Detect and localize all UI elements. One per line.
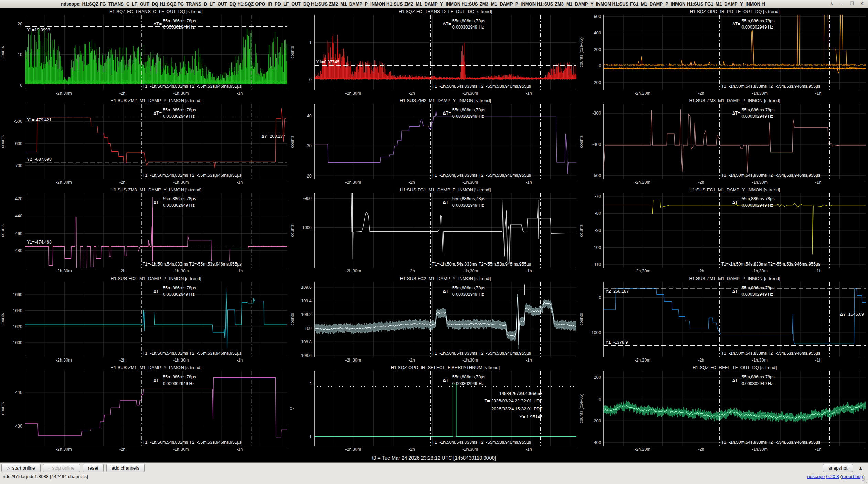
x-axis: -2h,30m-2h-1h,30m-1h: [25, 268, 285, 275]
plot-canvas: [315, 104, 577, 179]
plot-panel-10[interactable]: H1:SUS-FC2_M1_DAMP_Y_INMON [s-trend]coun…: [289, 275, 579, 364]
plot-panel-13[interactable]: H1:SQZ-OPO_IR_SELECT_FIBERPATHNUM [s-tre…: [289, 364, 579, 453]
x-tick-label: -1h: [526, 447, 532, 452]
shade-icon[interactable]: ∧: [830, 0, 833, 8]
plot-area[interactable]: ΔT=55m,886ms,78µs0.000302949 HzT1=-1h,50…: [25, 104, 287, 179]
y-tick-label: -480: [14, 248, 22, 253]
snapshot-button[interactable]: snapshot: [823, 464, 853, 472]
plot-canvas: [604, 15, 866, 90]
plot-panel-3[interactable]: H1:SUS-ZM2_M1_DAMP_P_INMON [s-trend]coun…: [0, 97, 289, 186]
x-tick-label: -1h,30m: [752, 180, 768, 185]
plot-area[interactable]: ΔT=55m,886ms,78µs0.000302949 HzT1=-1h,50…: [314, 104, 577, 179]
plot-area[interactable]: ΔT=55m,886ms,78µs0.000302949 HzT1=-1h,50…: [25, 193, 287, 268]
plot-panel-4[interactable]: H1:SUS-ZM2_M1_DAMP_Y_INMON [s-trend]coun…: [289, 97, 579, 186]
plot-panel-14[interactable]: H1:SQZ-FC_REFL_LF_OUT_DQ [s-trend]counts…: [579, 364, 868, 453]
plot-panel-2[interactable]: H1:SQZ-OPO_IR_PD_LF_OUT_DQ [s-trend]coun…: [579, 8, 868, 97]
plot-area[interactable]: ΔT=55m,886ms,78µs0.000302949 HzT1=-1h,50…: [314, 282, 577, 357]
plot-panel-9[interactable]: H1:SUS-FC2_M1_DAMP_P_INMON [s-trend]coun…: [0, 275, 289, 364]
resize-grip[interactable]: [862, 478, 867, 483]
x-tick-label: -2h: [409, 447, 415, 452]
y-axis-label: counts: [289, 282, 295, 357]
plot-canvas: [315, 282, 577, 357]
plot-area[interactable]: ΔT=55m,886ms,78µs0.000302949 HzT1=-1h,50…: [25, 15, 287, 90]
plot-area[interactable]: ΔT=55m,886ms,78µs0.000302949 HzT1=-1h,50…: [314, 193, 577, 268]
plot-area[interactable]: ΔT=55m,886ms,78µs0.000302949 HzT1=-1h,50…: [603, 104, 866, 179]
plot-panel-5[interactable]: H1:SUS-ZM3_M1_DAMP_P_INMON [s-trend]coun…: [579, 97, 868, 186]
plot-panel-8[interactable]: H1:SUS-FC1_M1_DAMP_Y_INMON [s-trend]coun…: [579, 186, 868, 275]
plot-panel-0[interactable]: H1:SQZ-FC_TRANS_C_LF_OUT_DQ [s-trend]cou…: [0, 8, 289, 97]
y-axis: -2000200400600: [584, 15, 603, 90]
reset-button[interactable]: reset: [83, 464, 104, 472]
x-tick-label: -2h: [698, 358, 704, 363]
x-tick-label: -2h,30m: [345, 447, 361, 452]
y-tick-label: 0: [20, 83, 22, 88]
plot-canvas: [604, 371, 866, 446]
x-tick-label: -1h,30m: [462, 358, 478, 363]
plot-area[interactable]: ΔT=55m,886ms,78µs0.000302949 HzT1=-1h,50…: [603, 15, 866, 90]
plot-title: H1:SUS-ZM1_M1_DAMP_Y_INMON [s-trend]: [0, 365, 287, 371]
y-axis: -70-80-90-100-110: [584, 193, 603, 268]
plot-panel-6[interactable]: H1:SUS-ZM3_M1_DAMP_Y_INMON [s-trend]coun…: [0, 186, 289, 275]
version-link[interactable]: 0.20.8: [826, 474, 839, 479]
x-tick-label: -2h,30m: [635, 91, 650, 96]
close-icon[interactable]: ✕: [860, 0, 864, 8]
x-tick-label: -1h: [237, 180, 243, 185]
x-tick-label: -1h,30m: [752, 91, 768, 96]
plot-panel-11[interactable]: H1:SUS-ZM1_M1_DAMP_P_INMON [s-trend]coun…: [579, 275, 868, 364]
x-tick-label: -2h,30m: [56, 358, 72, 363]
y-axis-label: counts (x1e-06): [579, 371, 584, 446]
plot-panel-1[interactable]: H1:SQZ-FC_TRANS_D_LF_OUT_DQ [s-trend]cou…: [289, 8, 579, 97]
ndscope-link[interactable]: ndscope: [807, 474, 825, 479]
plot-area[interactable]: ΔT=55m,886ms,78µs0.000302949 HzT1=-1h,50…: [25, 282, 287, 357]
stop-online-button[interactable]: ▫ stop online: [43, 464, 80, 472]
plot-panel-7[interactable]: H1:SUS-FC1_M1_DAMP_P_INMON [s-trend]coun…: [289, 186, 579, 275]
y-tick-label: -500: [14, 119, 22, 124]
x-tick-label: -1h: [526, 358, 532, 363]
plot-area[interactable]: ΔT=55m,886ms,78µs0.000302949 HzT1=-1h,50…: [314, 371, 577, 446]
y-axis: 0-1000: [584, 282, 603, 357]
y-tick-label: 1640: [13, 308, 22, 313]
minimize-icon[interactable]: —: [839, 0, 844, 8]
window-titlebar: ndscope: H1:SQZ-FC_TRANS_C_LF_OUT_DQ H1:…: [0, 0, 868, 8]
plot-area[interactable]: ΔT=55m,886ms,78µs0.000302949 HzT1=-1h,50…: [603, 193, 866, 268]
x-axis: -2h,30m-2h-1h,30m-1h: [25, 179, 285, 186]
report-bug-link[interactable]: report bug: [842, 474, 863, 479]
y-tick-label: -110: [593, 262, 601, 267]
y-axis: 2000-200-400: [584, 371, 603, 446]
plot-canvas: [315, 371, 577, 446]
y-axis: 01020: [6, 15, 25, 90]
snapshot-label: snapshot: [828, 465, 847, 471]
expand-up-icon[interactable]: ▲: [855, 465, 866, 471]
x-tick-label: -1h: [526, 180, 532, 185]
plot-area[interactable]: ΔT=55m,886ms,78µs0.000302949 HzT1=-1h,50…: [314, 15, 577, 90]
x-tick-label: -2h,30m: [56, 447, 72, 452]
start-online-button[interactable]: ▷ start online: [1, 464, 41, 472]
plot-area[interactable]: ΔT=55m,886ms,78µs0.000302949 HzT1=-1h,50…: [25, 371, 287, 446]
plot-area[interactable]: ΔT=55m,886ms,78µs0.000302949 HzT1=-1h,50…: [603, 371, 866, 446]
plot-title: H1:SUS-ZM3_M1_DAMP_P_INMON [s-trend]: [579, 98, 866, 104]
plot-canvas: [25, 282, 287, 357]
plot-panel-12[interactable]: H1:SUS-ZM1_M1_DAMP_Y_INMON [s-trend]coun…: [0, 364, 289, 453]
x-tick-label: -1h: [237, 447, 243, 452]
x-tick-label: -1h,30m: [752, 269, 768, 273]
plot-canvas: [25, 371, 287, 446]
y-tick-label: 200: [594, 375, 601, 380]
y-tick-label: 0: [309, 77, 312, 82]
y-tick-label: 2: [309, 381, 312, 386]
plot-canvas: [604, 104, 866, 179]
x-tick-label: -2h: [698, 269, 704, 273]
y-tick-label: 20: [18, 22, 22, 26]
plot-title: H1:SUS-ZM2_M1_DAMP_P_INMON [s-trend]: [0, 98, 287, 104]
plot-area[interactable]: ΔT=55m,886ms,78µs0.000302949 HzT1=-1h,50…: [603, 282, 866, 357]
x-axis: -2h,30m-2h-1h,30m-1h: [314, 268, 575, 275]
y-tick-label: 400: [594, 31, 601, 35]
start-online-label: start online: [12, 465, 35, 471]
maximize-icon[interactable]: ❐: [850, 0, 854, 8]
x-tick-label: -2h: [119, 269, 125, 273]
x-axis: -2h,30m-2h-1h,30m-1h: [603, 90, 864, 97]
add-channels-button[interactable]: add channels: [106, 464, 145, 472]
y-tick-label: 1600: [13, 340, 22, 345]
y-axis-label: counts: [579, 282, 584, 357]
window-title: ndscope: H1:SQZ-FC_TRANS_C_LF_OUT_DQ H1:…: [0, 1, 826, 7]
status-bar: nds://h1daqnds1:8088 [442494 channels] n…: [0, 473, 868, 479]
